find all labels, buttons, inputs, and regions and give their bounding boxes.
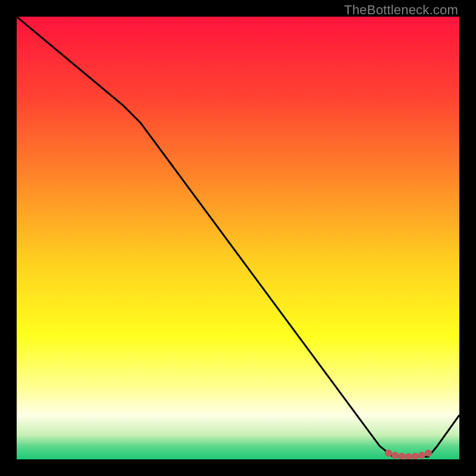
watermark-text: TheBottleneck.com (344, 2, 458, 18)
minimum-marker (385, 450, 392, 457)
chart-svg (17, 17, 459, 459)
gradient-background (17, 17, 459, 459)
plot-area (17, 17, 459, 459)
minimum-marker (418, 452, 425, 459)
chart-frame: TheBottleneck.com (0, 0, 476, 476)
minimum-marker (392, 452, 399, 459)
minimum-marker (425, 450, 432, 457)
